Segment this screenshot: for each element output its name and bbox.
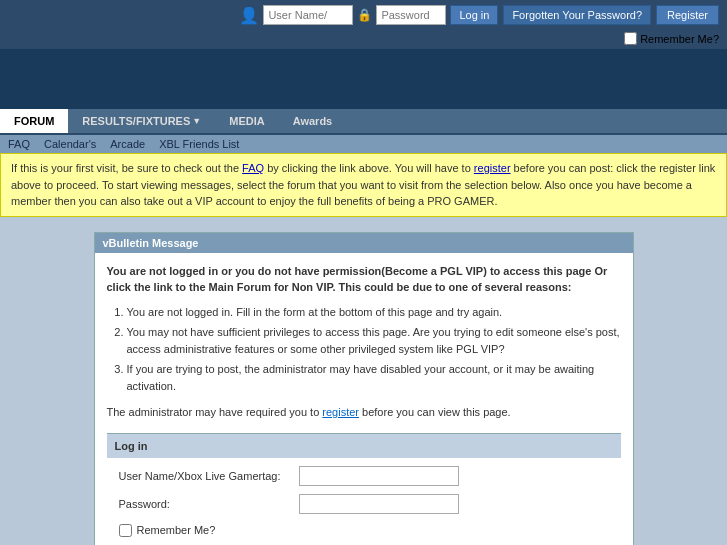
password-form-row: Password: [119, 494, 609, 514]
notice-faq-link[interactable]: FAQ [242, 162, 264, 174]
nav-results-label: RESULTS/FIXTURES [82, 115, 190, 127]
register-prompt-link[interactable]: register [322, 406, 359, 418]
nav-item-results[interactable]: RESULTS/FIXTURES ▼ [68, 109, 215, 133]
main-content: vBulletin Message You are not logged in … [0, 217, 727, 546]
forgot-password-button[interactable]: Forgotten Your Password? [503, 5, 651, 25]
register-button[interactable]: Register [656, 5, 719, 25]
nav-item-media[interactable]: MEDIA [215, 109, 278, 133]
subnav-arcade[interactable]: Arcade [110, 138, 145, 150]
dropdown-arrow-icon: ▼ [192, 116, 201, 126]
username-field-label: User Name/Xbox Live Gamertag: [119, 468, 299, 485]
login-button[interactable]: Log in [450, 5, 498, 25]
login-section-header: Log in [107, 433, 621, 459]
remember-me-label-header: Remember Me? [640, 33, 719, 45]
login-section: Log in User Name/Xbox Live Gamertag: Pas… [107, 433, 621, 546]
remember-me-form-label: Remember Me? [137, 522, 216, 539]
login-password-input[interactable] [299, 494, 459, 514]
message-box-title: vBulletin Message [95, 233, 633, 253]
username-input[interactable] [263, 5, 353, 25]
remember-me-row: Remember Me? [0, 30, 727, 49]
subnav-calendars[interactable]: Calendar's [44, 138, 96, 150]
message-main-text: You are not logged in or you do not have… [107, 263, 621, 296]
reasons-list: You are not logged in. Fill in the form … [127, 304, 621, 395]
password-field-label: Password: [119, 496, 299, 513]
notice-text-before-faq: If this is your first visit, be sure to … [11, 162, 242, 174]
sub-navbar: FAQ Calendar's Arcade XBL Friends List [0, 135, 727, 153]
reason-1: You are not logged in. Fill in the form … [127, 304, 621, 321]
lock-icon: 🔒 [357, 8, 372, 22]
message-box-body: You are not logged in or you do not have… [95, 253, 633, 546]
login-form: User Name/Xbox Live Gamertag: Password: … [107, 458, 621, 545]
message-box: vBulletin Message You are not logged in … [94, 232, 634, 546]
register-prompt: The administrator may have required you … [107, 404, 621, 421]
remember-me-form-row: Remember Me? [119, 522, 609, 539]
reason-3: If you are trying to post, the administr… [127, 361, 621, 394]
user-name-area: 👤 🔒 Log in [239, 5, 498, 25]
register-prompt-after: before you can view this page. [359, 406, 511, 418]
notice-text-after-faq: by clicking the link above. You will hav… [264, 162, 474, 174]
user-icon: 👤 [239, 6, 259, 25]
remember-me-checkbox-header[interactable] [624, 32, 637, 45]
subnav-xbl-friends[interactable]: XBL Friends List [159, 138, 239, 150]
login-username-input[interactable] [299, 466, 459, 486]
main-navbar: FORUM RESULTS/FIXTURES ▼ MEDIA Awards [0, 109, 727, 135]
username-form-row: User Name/Xbox Live Gamertag: [119, 466, 609, 486]
nav-item-awards[interactable]: Awards [279, 109, 347, 133]
subnav-faq[interactable]: FAQ [8, 138, 30, 150]
banner [0, 49, 727, 109]
reason-2: You may not have sufficient privileges t… [127, 324, 621, 357]
notice-register-link[interactable]: register [474, 162, 511, 174]
password-input[interactable] [376, 5, 446, 25]
notice-banner: If this is your first visit, be sure to … [0, 153, 727, 217]
register-prompt-before: The administrator may have required you … [107, 406, 323, 418]
remember-me-checkbox-form[interactable] [119, 524, 132, 537]
nav-item-forum[interactable]: FORUM [0, 109, 68, 133]
